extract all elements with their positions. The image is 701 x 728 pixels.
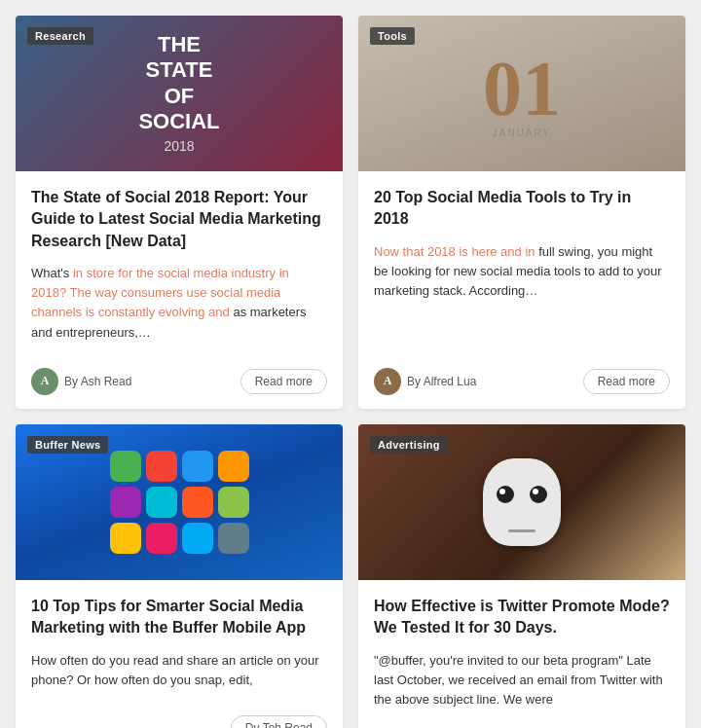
card-2-body: 20 Top Social Media Tools to Try in 2018… — [358, 171, 685, 358]
card-1-tag: Research — [27, 27, 93, 45]
card-3-body: 10 Top Tips for Smarter Social Media Mar… — [16, 580, 343, 706]
article-card-4: Advertising How Effective is Twitter Pro… — [358, 424, 685, 728]
robot-graphic — [483, 458, 561, 546]
card-2-read-more[interactable]: Read more — [583, 369, 670, 394]
article-card-2: 01 JANUARY Tools 20 Top Social Media Too… — [358, 16, 685, 409]
card-4-image: Advertising — [358, 424, 685, 580]
card-1-image: THESTATEOFSOCIAL2018 Research — [16, 16, 343, 171]
card-1-read-more[interactable]: Read more — [240, 369, 327, 394]
card-2-title: 20 Top Social Media Tools to Try in 2018 — [374, 187, 670, 231]
card-2-author-name: By Alfred Lua — [407, 375, 476, 388]
card-1-author: A By Ash Read — [31, 368, 131, 395]
article-card-3: Buffer News 10 Top Tips for Smarter Soci… — [16, 424, 343, 728]
card-2-image: 01 JANUARY Tools — [358, 16, 685, 171]
card-4-title: How Effective is Twitter Promote Mode? W… — [374, 596, 670, 639]
card-4-body: How Effective is Twitter Promote Mode? W… — [358, 580, 685, 728]
card-2-footer: A By Alfred Lua Read more — [358, 358, 685, 409]
card-2-avatar: A — [374, 368, 401, 395]
card-1-footer: A By Ash Read Read more — [16, 358, 343, 409]
card-1-author-name: By Ash Read — [64, 375, 131, 388]
card-3-image: Buffer News — [16, 424, 343, 580]
card-3-tag: Buffer News — [27, 436, 108, 454]
card-2-excerpt: Now that 2018 is here and in full swing,… — [374, 242, 670, 343]
card-3-read-more[interactable]: Dy Toh Read — [231, 715, 327, 728]
card-2-tag: Tools — [370, 27, 415, 45]
article-card-1: THESTATEOFSOCIAL2018 Research The State … — [16, 16, 343, 409]
card-3-title: 10 Top Tips for Smarter Social Media Mar… — [31, 596, 327, 639]
card-1-avatar: A — [31, 368, 58, 395]
card-4-tag: Advertising — [370, 436, 448, 454]
card-3-excerpt: How often do you read and share an artic… — [31, 651, 327, 690]
card-1-body: The State of Social 2018 Report: Your Gu… — [16, 171, 343, 358]
card-4-excerpt: "@buffer, you're invited to our beta pro… — [374, 651, 670, 728]
card-1-excerpt: What's in store for the social media ind… — [31, 264, 327, 343]
card-2-author: A By Alfred Lua — [374, 368, 476, 395]
article-grid: THESTATEOFSOCIAL2018 Research The State … — [0, 0, 701, 728]
card-3-footer: Dy Toh Read — [16, 706, 343, 728]
card-1-title: The State of Social 2018 Report: Your Gu… — [31, 187, 327, 252]
